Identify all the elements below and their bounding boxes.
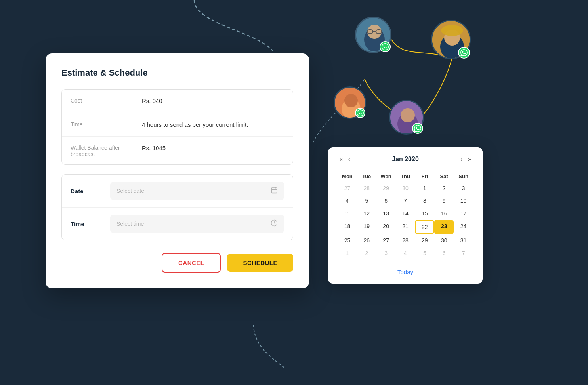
cal-day[interactable]: 30 xyxy=(396,182,415,194)
date-placeholder: Select date xyxy=(116,188,144,194)
cal-next-nav: › » xyxy=(459,155,473,163)
date-input-field[interactable]: Select date xyxy=(110,182,284,200)
cal-day[interactable]: 31 xyxy=(454,234,473,247)
cal-day[interactable]: 4 xyxy=(396,247,415,259)
time-value: 4 hours to send as per your current limi… xyxy=(142,120,248,130)
button-row: CANCEL SCHEDULE xyxy=(61,253,293,273)
cal-day[interactable]: 5 xyxy=(415,247,434,259)
cal-day[interactable]: 7 xyxy=(396,194,415,207)
cal-day[interactable]: 8 xyxy=(415,194,434,207)
cal-day[interactable]: 15 xyxy=(415,207,434,220)
schedule-button[interactable]: SCHEDULE xyxy=(227,254,293,272)
cal-day[interactable]: 27 xyxy=(376,234,396,247)
cal-day[interactable]: 9 xyxy=(434,194,454,207)
clock-icon xyxy=(271,219,278,228)
calendar-month-year: Jan 2020 xyxy=(392,156,419,163)
cal-prev-nav: « ‹ xyxy=(338,155,352,163)
cal-header-thu: Thu xyxy=(396,171,415,182)
calendar-today-row: Today xyxy=(338,263,473,277)
cal-day[interactable]: 11 xyxy=(338,207,357,220)
cal-day[interactable]: 10 xyxy=(454,194,473,207)
cost-row: Cost Rs. 940 xyxy=(62,90,293,113)
cal-day[interactable]: 6 xyxy=(376,194,396,207)
calendar-card: « ‹ Jan 2020 › » Mon Tue Wen Thu Fri Sat… xyxy=(328,147,483,284)
today-button[interactable]: Today xyxy=(397,269,413,275)
calendar-header: « ‹ Jan 2020 › » xyxy=(338,155,473,163)
cal-day[interactable]: 3 xyxy=(376,247,396,259)
avatar-1 xyxy=(355,17,391,53)
avatar-2 xyxy=(431,20,471,59)
info-table: Cost Rs. 940 Time 4 hours to send as per… xyxy=(61,89,293,165)
cancel-button[interactable]: CANCEL xyxy=(162,253,221,273)
date-input-row: Date Select date xyxy=(62,175,293,208)
wallet-label: Wallet Balance after broadcast xyxy=(71,144,142,157)
calendar-icon xyxy=(271,187,278,195)
time-placeholder: Select time xyxy=(116,221,144,227)
cal-day[interactable]: 13 xyxy=(376,207,396,220)
cal-next-button[interactable]: › xyxy=(459,155,465,163)
cal-day[interactable]: 1 xyxy=(415,182,434,194)
cal-day[interactable]: 30 xyxy=(434,234,454,247)
time-label: Time xyxy=(71,120,142,128)
svg-point-10 xyxy=(441,25,463,36)
cal-day[interactable]: 27 xyxy=(338,182,357,194)
calendar-grid: Mon Tue Wen Thu Fri Sat Sun 27 28 29 30 … xyxy=(338,171,473,259)
time-info-row: Time 4 hours to send as per your current… xyxy=(62,113,293,137)
cal-day[interactable]: 6 xyxy=(434,247,454,259)
wallet-value: Rs. 1045 xyxy=(142,144,166,153)
cal-day[interactable]: 26 xyxy=(357,234,376,247)
cal-day-22[interactable]: 22 xyxy=(415,220,434,234)
cal-day[interactable]: 21 xyxy=(396,220,415,234)
cal-day[interactable]: 16 xyxy=(434,207,454,220)
cal-day[interactable]: 29 xyxy=(376,182,396,194)
cal-day[interactable]: 7 xyxy=(454,247,473,259)
modal-card: Estimate & Schedule Cost Rs. 940 Time 4 … xyxy=(46,53,309,288)
cal-day[interactable]: 4 xyxy=(338,194,357,207)
cal-day[interactable]: 24 xyxy=(454,220,473,234)
cal-day[interactable]: 5 xyxy=(357,194,376,207)
svg-point-16 xyxy=(401,108,415,122)
avatar-3 xyxy=(334,86,366,119)
wallet-row: Wallet Balance after broadcast Rs. 1045 xyxy=(62,137,293,164)
cost-label: Cost xyxy=(71,97,142,104)
cal-day[interactable]: 12 xyxy=(357,207,376,220)
avatar-4 xyxy=(389,100,424,135)
time-input-row: Time Select time xyxy=(62,208,293,240)
modal-title: Estimate & Schedule xyxy=(61,68,293,78)
cal-day[interactable]: 25 xyxy=(338,234,357,247)
svg-rect-17 xyxy=(271,188,277,193)
cal-day[interactable]: 29 xyxy=(415,234,434,247)
cal-header-sat: Sat xyxy=(434,171,454,182)
cal-day[interactable]: 18 xyxy=(338,220,357,234)
cal-header-fri: Fri xyxy=(415,171,434,182)
cal-day[interactable]: 19 xyxy=(357,220,376,234)
cal-day[interactable]: 17 xyxy=(454,207,473,220)
cal-day[interactable]: 2 xyxy=(357,247,376,259)
time-input-field[interactable]: Select time xyxy=(110,215,284,233)
cal-prev-button[interactable]: ‹ xyxy=(346,155,352,163)
cal-header-mon: Mon xyxy=(338,171,357,182)
cal-day[interactable]: 2 xyxy=(434,182,454,194)
cal-day[interactable]: 28 xyxy=(396,234,415,247)
time-input-label: Time xyxy=(71,221,110,227)
svg-point-13 xyxy=(344,94,358,107)
inputs-section: Date Select date Time Select time xyxy=(61,174,293,240)
cal-prev-prev-button[interactable]: « xyxy=(338,155,345,163)
cal-header-tue: Tue xyxy=(357,171,376,182)
cal-next-next-button[interactable]: » xyxy=(466,155,473,163)
cal-day[interactable]: 28 xyxy=(357,182,376,194)
cal-day[interactable]: 20 xyxy=(376,220,396,234)
cal-day[interactable]: 3 xyxy=(454,182,473,194)
date-label: Date xyxy=(71,188,110,194)
cal-day[interactable]: 14 xyxy=(396,207,415,220)
cost-value: Rs. 940 xyxy=(142,97,162,106)
cal-header-sun: Sun xyxy=(454,171,473,182)
cal-header-wen: Wen xyxy=(376,171,396,182)
cal-day[interactable]: 1 xyxy=(338,247,357,259)
cal-day-23[interactable]: 23 xyxy=(434,220,454,234)
